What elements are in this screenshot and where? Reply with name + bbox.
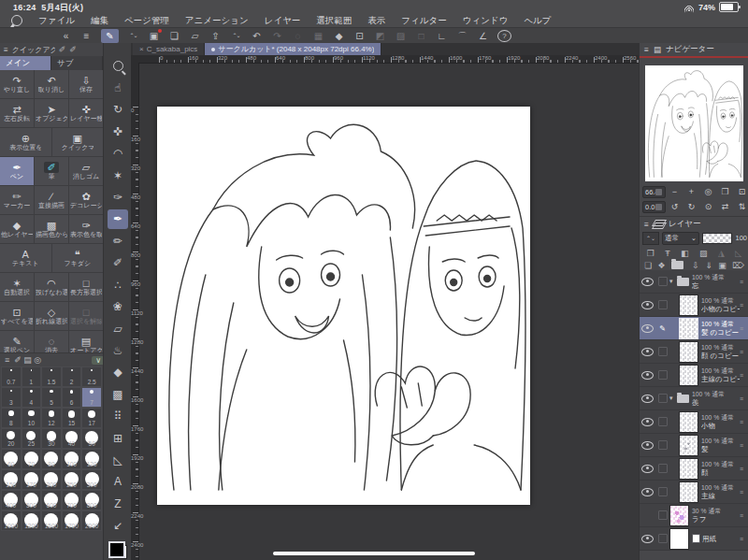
zoom-slider[interactable]: 66.4 xyxy=(642,186,666,198)
flip-vertical-button[interactable]: ⇅ xyxy=(737,202,747,211)
layer-row[interactable]: ▾100 % 通常羨≡ xyxy=(640,387,748,410)
line-correct-tool[interactable]: ↙ xyxy=(108,516,128,536)
brush-size-500[interactable]: 500 xyxy=(22,490,42,510)
canvas-viewport[interactable] xyxy=(138,63,639,560)
layer-thumbnail[interactable] xyxy=(679,458,698,480)
brush-size-0.7[interactable]: 0.7 xyxy=(1,366,22,387)
layer-checkbox[interactable] xyxy=(658,417,668,426)
frame-border-tool[interactable]: ⊞ xyxy=(108,428,128,448)
invert-selection-icon[interactable]: ◩ xyxy=(374,29,386,43)
brush-size-20[interactable]: 20 xyxy=(1,428,22,449)
layers-tab-label[interactable]: レイヤー xyxy=(669,219,701,230)
layer-row[interactable]: 100 % 通常小物≡ xyxy=(640,410,748,434)
share-export-icon[interactable]: ⇪ xyxy=(209,29,222,43)
lock-transparent-pixels-icon[interactable]: ▨ xyxy=(699,249,708,258)
selection-launcher-icon[interactable]: ▨ xyxy=(395,29,407,43)
brush-size-1000[interactable]: 1000 xyxy=(1,510,22,531)
brush-size-1500[interactable]: 1500 xyxy=(41,510,62,531)
layer-row[interactable]: 100 % 通常髪≡ xyxy=(640,434,748,457)
auto-select-button[interactable]: ✶自動選択 xyxy=(0,273,35,301)
menu-アニメーション[interactable]: アニメーション xyxy=(185,15,249,27)
redo-button[interactable]: ↷やり直し xyxy=(0,70,35,98)
brush-size-5[interactable]: 5 xyxy=(41,387,62,408)
menu-表示[interactable]: 表示 xyxy=(367,15,385,27)
layer-thumbnail[interactable] xyxy=(669,505,689,526)
color-swatches[interactable] xyxy=(108,541,127,559)
layer-checkbox[interactable] xyxy=(658,370,668,380)
select-all-button[interactable]: ⊡すべてを選択 xyxy=(0,302,35,330)
brush-size-50[interactable]: 50 xyxy=(81,428,102,449)
brush-size-70[interactable]: 70 xyxy=(22,449,42,469)
layer-checkbox[interactable] xyxy=(658,300,668,309)
blend-mode-select[interactable]: 通常⌄ xyxy=(662,232,699,245)
fit-to-window-button[interactable]: ⊡ xyxy=(737,187,747,196)
layer-row[interactable]: 100 % 通常小物のコピー≡ xyxy=(640,294,748,317)
navigator-tab-label[interactable]: ナビゲーター xyxy=(666,44,714,55)
menu-ファイル[interactable]: ファイル xyxy=(38,15,75,27)
clip-to-layer-below-icon[interactable]: ❐ xyxy=(647,249,654,258)
object-button[interactable]: ➤オブジェクト xyxy=(35,99,69,127)
brush-size-2.5[interactable]: 2.5 xyxy=(81,366,102,387)
brush-size-150[interactable]: 150 xyxy=(1,469,22,490)
merge-with-lower-layer-icon[interactable]: ⇓ xyxy=(705,261,712,270)
selection-running-icon[interactable]: ◌ xyxy=(292,29,304,43)
layer-thumbnail[interactable] xyxy=(679,294,698,316)
decoration-tool[interactable]: ❀ xyxy=(108,297,128,317)
layer-mask-icon[interactable]: ▣ xyxy=(718,261,726,270)
brush-size-2000[interactable]: 2000 xyxy=(81,510,102,531)
enable-mask-icon[interactable]: ◮ xyxy=(718,249,725,258)
layer-thumbnail[interactable] xyxy=(669,528,689,550)
eyedropper-tool[interactable]: ✑ xyxy=(108,188,128,208)
brush-size-7[interactable]: 7 xyxy=(81,387,102,408)
rotate-slider[interactable]: 0.0 xyxy=(642,201,666,213)
rotate-canvas-tool[interactable]: ↻ xyxy=(108,100,128,120)
eraser-tool[interactable]: ▱ xyxy=(108,319,128,338)
brush-button[interactable]: ✐筆 xyxy=(35,157,69,185)
snap-ruler-icon[interactable]: ∟ xyxy=(436,29,448,43)
layer-row[interactable]: 100 % 通常主線≡ xyxy=(640,481,748,504)
brush-size-700[interactable]: 700 xyxy=(62,490,82,510)
reset-rotation-button[interactable]: ⊙ xyxy=(703,202,713,211)
layer-row[interactable]: 用紙≡ xyxy=(640,527,748,551)
brush-size-1700[interactable]: 1700 xyxy=(62,510,82,531)
brush-size-1200[interactable]: 1200 xyxy=(22,510,42,531)
hand-tool[interactable]: ☝ xyxy=(108,78,128,97)
fill-refer-other-layers-button[interactable]: ◆他レイヤーを参照 xyxy=(0,215,35,243)
layer-row[interactable]: ✎100 % 通常髪 のコピー≡ xyxy=(640,317,748,340)
undo-icon[interactable]: ↶ xyxy=(251,29,263,43)
menu-ウィンドウ[interactable]: ウィンドウ xyxy=(463,15,509,27)
layer-visibility-eye-icon[interactable] xyxy=(641,348,654,356)
layer-visibility-eye-icon[interactable] xyxy=(641,278,654,286)
brush-size-8[interactable]: 8 xyxy=(1,408,22,428)
brush-size-300[interactable]: 300 xyxy=(81,469,102,490)
airbrush-tool[interactable]: ∴ xyxy=(108,275,128,294)
get-display-color-button[interactable]: ✑表示色を取得 xyxy=(69,215,103,243)
layer-visibility-eye-icon[interactable] xyxy=(641,395,654,403)
menu-レイヤー[interactable]: レイヤー xyxy=(265,15,301,27)
layer-row[interactable]: 100 % 通常顔≡ xyxy=(640,457,748,481)
layer-visibility-eye-icon[interactable] xyxy=(641,535,654,543)
menu-ページ管理[interactable]: ページ管理 xyxy=(124,15,169,27)
new-raster-layer-icon[interactable]: ❏ xyxy=(644,261,652,270)
register-view-position-button[interactable]: ⊕表示位置を登録 xyxy=(0,128,52,156)
layer-thumbnail[interactable] xyxy=(679,481,698,503)
open-file-icon[interactable]: ▱ xyxy=(189,29,201,43)
zoom-100-button[interactable]: ◎ xyxy=(703,187,713,196)
canvas-size-icon[interactable]: ⊡ xyxy=(353,29,366,43)
brush-size-10[interactable]: 10 xyxy=(22,408,42,428)
brush-size-40[interactable]: 40 xyxy=(62,428,82,449)
undo-button[interactable]: ↶取り消し xyxy=(35,70,69,98)
palette-tab-pen2-icon[interactable]: ✐ xyxy=(69,45,77,54)
layer-row[interactable]: 100 % 通常主線のコピー≡ xyxy=(640,364,748,387)
fill-tool[interactable]: ◆ xyxy=(108,363,128,382)
brush-size-600[interactable]: 600 xyxy=(41,490,62,510)
rect-select-button[interactable]: □長方形選択 xyxy=(69,273,103,301)
zoom-tool[interactable] xyxy=(108,56,128,76)
document-tab[interactable]: ×C_sakaba_pics xyxy=(133,43,205,55)
fill-icon[interactable]: ◆ xyxy=(333,29,345,43)
close-tab-icon[interactable]: × xyxy=(139,45,144,53)
palette-menu-icon[interactable]: ≡ xyxy=(5,355,9,365)
layer-row[interactable]: 30 % 通常ラフ≡ xyxy=(640,504,748,527)
selection-tool[interactable]: ◠ xyxy=(108,144,128,164)
layer-row[interactable]: 100 % 通常顔 のコピー≡ xyxy=(640,340,748,364)
